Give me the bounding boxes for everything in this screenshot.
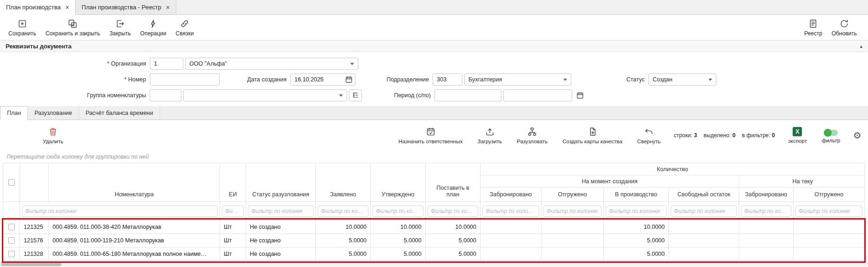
period-calendar-button[interactable] — [574, 89, 586, 101]
cell-shipped[interactable] — [541, 234, 604, 247]
column-header-to-plan[interactable]: Поставить в план — [426, 163, 481, 202]
delete-button[interactable]: Удалить — [41, 126, 65, 145]
refresh-button[interactable]: Обновить — [827, 17, 861, 38]
column-header-shipped2[interactable]: Отгружено — [794, 187, 865, 202]
filter-input-unit[interactable] — [222, 206, 244, 217]
filter-toggle-button[interactable]: фильтр — [820, 127, 842, 144]
cell-nomenclature[interactable]: 000.4859. 011.000-119-210 Металлорукав — [49, 234, 220, 247]
filter-input-to-plan[interactable] — [427, 206, 478, 217]
operations-button[interactable]: Операции — [135, 17, 171, 38]
column-header-approved[interactable]: Утверждено — [371, 163, 426, 202]
table-row[interactable]: 121328 000.4859. 011.000-65-180 Металлор… — [3, 247, 865, 261]
load-button[interactable]: Загрузить — [475, 126, 504, 145]
column-header-unit[interactable]: ЕИ — [220, 163, 246, 202]
collapse-rows-button[interactable]: Свернуть — [635, 126, 662, 145]
gear-icon[interactable]: ⚙ — [853, 131, 861, 140]
cell-id[interactable]: 121576 — [20, 234, 49, 247]
registry-button[interactable]: Реестр — [800, 17, 827, 38]
group-by-drop-zone[interactable]: Перетащите сюда колонку для группировки … — [0, 151, 868, 163]
filter-input-approved[interactable] — [373, 206, 423, 217]
filter-input-reserved[interactable] — [482, 206, 539, 217]
filter-input-in-production[interactable] — [606, 206, 667, 217]
cell-reserved[interactable] — [481, 247, 541, 261]
cell-nomenclature[interactable]: 000.4859. 011.000-38-420 Металлорукав — [49, 220, 220, 234]
filter-input-free-balance[interactable] — [671, 206, 737, 217]
cell-declared[interactable]: 5.0000 — [316, 247, 371, 261]
cell-shipped[interactable] — [541, 247, 604, 261]
cell-unit[interactable]: Шт — [220, 220, 246, 234]
close-button[interactable]: Закрыть — [105, 17, 135, 38]
cell-free-balance[interactable] — [669, 234, 739, 247]
hierarchy-select-button[interactable] — [349, 89, 362, 101]
column-header-explode-status[interactable]: Статус разузлования — [246, 163, 316, 202]
cell-unit[interactable]: Шт — [220, 247, 246, 261]
filter-input-nomenclature[interactable] — [22, 206, 218, 217]
filter-input-declared[interactable] — [318, 206, 368, 217]
filter-input-shipped[interactable] — [543, 206, 601, 217]
collapse-section-button[interactable]: ▴ — [860, 43, 862, 49]
cell-to-plan[interactable]: 10.0000 — [426, 220, 481, 234]
cell-free-balance[interactable] — [669, 220, 739, 234]
cell-declared[interactable]: 5.0000 — [316, 234, 371, 247]
cell-id[interactable]: 121328 — [20, 247, 49, 261]
cell-approved[interactable]: 5.0000 — [371, 234, 426, 247]
cell-reserved[interactable] — [481, 234, 541, 247]
status-select[interactable]: Создан — [648, 73, 716, 86]
horizontal-scrollbar[interactable] — [0, 261, 868, 267]
cell-reserved2[interactable] — [739, 247, 794, 261]
cell-explode-status[interactable]: Не создано — [246, 247, 316, 261]
cell-shipped2[interactable] — [794, 234, 865, 247]
cell-explode-status[interactable]: Не создано — [246, 220, 316, 234]
organization-code-field[interactable] — [150, 58, 183, 70]
cell-unit[interactable]: Шт — [220, 234, 246, 247]
column-header-reserved2[interactable]: Забронировано — [739, 187, 794, 202]
table-row[interactable]: 121576 000.4859. 011.000-119-210 Металло… — [3, 234, 865, 247]
column-header-declared[interactable]: Заявлено — [316, 163, 371, 202]
cell-free-balance[interactable] — [669, 247, 739, 261]
filter-input-explode-status[interactable] — [248, 206, 314, 217]
period-from-field[interactable] — [434, 89, 501, 101]
cell-reserved[interactable] — [481, 220, 541, 234]
nomenclature-group-code-field[interactable] — [150, 89, 181, 101]
cell-approved[interactable]: 10.0000 — [371, 220, 426, 234]
cell-in-production[interactable]: 5.0000 — [604, 234, 669, 247]
filter-input-reserved2[interactable] — [741, 206, 791, 217]
number-field[interactable] — [150, 73, 220, 86]
cell-in-production[interactable]: 5.0000 — [604, 247, 669, 261]
cell-shipped2[interactable] — [794, 220, 865, 234]
row-checkbox[interactable] — [8, 237, 15, 244]
toggle-switch-icon[interactable] — [824, 130, 838, 136]
assign-responsible-button[interactable]: Назначить ответственных — [397, 126, 465, 145]
export-excel-button[interactable]: X экспорт — [786, 126, 809, 145]
column-header-in-production[interactable]: В производство — [604, 187, 669, 202]
close-icon[interactable]: × — [65, 4, 69, 11]
filter-input-shipped2[interactable] — [795, 206, 862, 217]
cell-to-plan[interactable]: 5.0000 — [426, 234, 481, 247]
create-quality-cards-button[interactable]: Создать карты качества — [561, 126, 624, 145]
row-checkbox[interactable] — [8, 251, 15, 257]
tab-plan-reestr[interactable]: План производства - Реестр × — [76, 0, 176, 14]
cell-shipped2[interactable] — [794, 247, 865, 261]
period-to-field[interactable] — [503, 89, 572, 101]
save-button[interactable]: Сохранить — [4, 17, 41, 38]
department-select[interactable]: Бухгалтерия — [464, 73, 571, 86]
close-icon[interactable]: × — [166, 4, 170, 11]
tab-raschet-balansa[interactable]: Расчёт баланса времени — [79, 106, 160, 120]
organization-select[interactable]: ООО "Альфа" — [185, 58, 358, 70]
cell-to-plan[interactable]: 5.0000 — [426, 247, 481, 261]
cell-reserved2[interactable] — [739, 220, 794, 234]
save-and-close-button[interactable]: Сохранить и закрыть — [41, 17, 105, 38]
cell-explode-status[interactable]: Не создано — [246, 234, 316, 247]
cell-shipped[interactable] — [541, 220, 604, 234]
tab-plan-proizvodstva[interactable]: План производства × — [0, 0, 76, 15]
row-checkbox[interactable] — [8, 224, 15, 230]
cell-declared[interactable]: 10.0000 — [316, 220, 371, 234]
select-all-checkbox[interactable] — [8, 179, 15, 186]
calendar-icon[interactable] — [345, 76, 353, 83]
column-header-nomenclature[interactable]: Номенклатура — [49, 163, 220, 202]
nomenclature-group-select[interactable] — [183, 89, 347, 101]
cell-reserved2[interactable] — [739, 234, 794, 247]
column-header-reserved[interactable]: Забронировано — [481, 187, 541, 202]
cell-approved[interactable]: 5.0000 — [371, 247, 426, 261]
cell-id[interactable]: 121325 — [20, 220, 49, 234]
